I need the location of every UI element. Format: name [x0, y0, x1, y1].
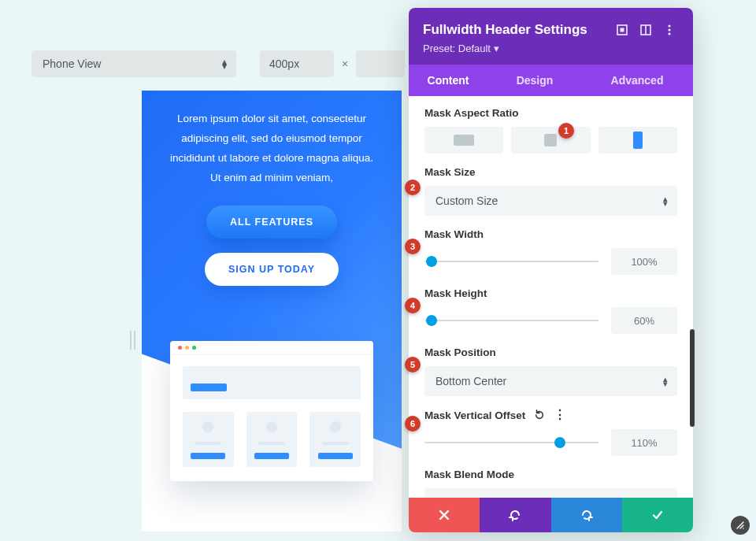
- more-vert-icon[interactable]: [660, 20, 679, 39]
- label-mask-position: Mask Position: [424, 346, 677, 358]
- viewport-size-group: 400px ×: [260, 50, 405, 77]
- field-mask-height: Mask Height 60%: [424, 287, 677, 334]
- mask-height-value[interactable]: 60%: [611, 307, 677, 334]
- redo-button[interactable]: [551, 498, 622, 532]
- label-mask-width: Mask Width: [424, 228, 677, 240]
- sign-up-button[interactable]: SIGN UP TODAY: [205, 253, 339, 286]
- preset-dropdown[interactable]: Preset: Default ▾: [423, 43, 499, 54]
- mask-voffset-value[interactable]: 110%: [611, 429, 677, 456]
- chevron-down-icon: ▾: [494, 43, 499, 54]
- panel-tabs: Content Design Advanced: [409, 65, 693, 96]
- all-features-button[interactable]: ALL FEATURES: [206, 206, 337, 239]
- mask-voffset-slider[interactable]: [424, 435, 598, 450]
- chevron-sort-icon: ▴▾: [663, 376, 668, 386]
- callout-badge-5: 5: [405, 357, 421, 372]
- chevron-sort-icon: ▴▾: [222, 59, 227, 69]
- panel-body: Mask Aspect Ratio Mask Size Custom Size …: [409, 96, 693, 498]
- mask-blend-value: Normal: [435, 497, 471, 498]
- hero-body-text: Lorem ipsum dolor sit amet, consectetur …: [142, 91, 402, 188]
- stage: Phone View ▴▾ 400px × Lorem ipsum dolor …: [0, 0, 756, 541]
- responsive-view-controls: Phone View ▴▾ 400px ×: [32, 50, 405, 77]
- field-mask-vertical-offset: Mask Vertical Offset ⋮ 110%: [424, 409, 677, 456]
- preset-label: Preset: Default: [423, 43, 491, 54]
- resize-handle[interactable]: [731, 516, 750, 535]
- settings-panel: Fullwidth Header Settings Preset: Defaul…: [409, 8, 693, 532]
- mask-size-value: Custom Size: [435, 195, 498, 207]
- callout-badge-2: 2: [405, 180, 421, 195]
- label-mask-height: Mask Height: [424, 287, 677, 299]
- label-mask-vertical-offset: Mask Vertical Offset: [424, 409, 525, 421]
- mask-size-select[interactable]: Custom Size ▴▾: [424, 186, 677, 216]
- aspect-option-landscape[interactable]: [424, 127, 503, 154]
- save-button[interactable]: [622, 498, 693, 532]
- panel-footer: [409, 498, 693, 532]
- mock-window-bar: [170, 341, 373, 355]
- view-mode-select[interactable]: Phone View ▴▾: [32, 50, 236, 77]
- tab-advanced[interactable]: Advanced: [582, 65, 692, 96]
- aspect-option-square[interactable]: [511, 127, 590, 154]
- reset-icon[interactable]: [533, 409, 546, 421]
- viewport-width-input[interactable]: 400px: [260, 50, 334, 77]
- label-mask-aspect-ratio: Mask Aspect Ratio: [424, 107, 677, 119]
- mask-height-slider[interactable]: [424, 313, 598, 328]
- field-mask-size: Mask Size Custom Size ▴▾: [424, 166, 677, 216]
- times-separator: ×: [342, 57, 348, 70]
- columns-icon[interactable]: [636, 20, 655, 39]
- panel-title: Fullwidth Header Settings: [423, 22, 608, 38]
- callout-badge-4: 4: [405, 298, 421, 313]
- hero-buttons: ALL FEATURES SIGN UP TODAY: [142, 206, 402, 286]
- tab-content[interactable]: Content: [409, 65, 487, 96]
- field-mask-position: Mask Position Bottom Center ▴▾: [424, 346, 677, 396]
- tab-design[interactable]: Design: [487, 65, 582, 96]
- preview-canvas: Lorem ipsum dolor sit amet, consectetur …: [142, 91, 402, 532]
- callout-badge-1: 1: [558, 123, 574, 139]
- view-mode-value: Phone View: [43, 57, 101, 70]
- mask-width-slider[interactable]: [424, 254, 598, 269]
- label-mask-size: Mask Size: [424, 166, 677, 178]
- field-mask-aspect-ratio: Mask Aspect Ratio: [424, 107, 677, 154]
- viewport-width-value: 400px: [269, 57, 299, 70]
- mask-position-value: Bottom Center: [435, 375, 506, 387]
- svg-point-4: [668, 24, 670, 27]
- mask-position-select[interactable]: Bottom Center ▴▾: [424, 366, 677, 396]
- mask-blend-select[interactable]: Normal ▴▾: [424, 488, 677, 498]
- callout-badge-3: 3: [405, 239, 421, 254]
- field-mask-width: Mask Width 100%: [424, 228, 677, 275]
- mock-browser-card: [170, 341, 373, 481]
- svg-point-5: [668, 28, 670, 31]
- scrollbar-thumb[interactable]: [690, 329, 695, 427]
- undo-button[interactable]: [480, 498, 550, 532]
- cancel-button[interactable]: [409, 498, 480, 532]
- svg-rect-1: [621, 28, 624, 32]
- label-mask-blend-mode: Mask Blend Mode: [424, 469, 677, 480]
- aspect-option-portrait[interactable]: [598, 127, 677, 154]
- field-mask-blend-mode: Mask Blend Mode Normal ▴▾: [424, 469, 677, 498]
- expand-icon[interactable]: [613, 20, 632, 39]
- preview-drag-handle[interactable]: [128, 331, 136, 350]
- svg-point-6: [668, 32, 670, 35]
- viewport-height-input[interactable]: [356, 50, 405, 77]
- mask-width-value[interactable]: 100%: [611, 248, 677, 275]
- callout-badge-6: 6: [405, 416, 421, 432]
- chevron-sort-icon: ▴▾: [663, 196, 668, 206]
- panel-header: Fullwidth Header Settings Preset: Defaul…: [409, 8, 693, 65]
- aspect-ratio-options: [424, 127, 677, 154]
